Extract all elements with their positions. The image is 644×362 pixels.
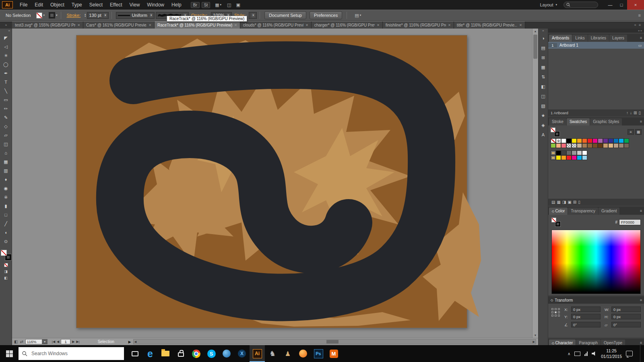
panel-footer-icon[interactable]: ↑ [625, 111, 629, 115]
fill-indicator[interactable] [551, 218, 556, 222]
document-tab[interactable]: test3.svg* @ 155% (RGB/GPU Prev...× [12, 21, 83, 29]
menu-file[interactable]: File [16, 0, 31, 10]
menu-edit[interactable]: Edit [31, 0, 47, 10]
taskbar-search[interactable] [19, 347, 124, 360]
swatch[interactable] [561, 143, 566, 148]
swatch[interactable] [561, 150, 566, 155]
illustrator-app[interactable]: Ai [250, 345, 265, 362]
chrome-app[interactable] [188, 345, 204, 362]
menu-type[interactable]: Type [68, 0, 86, 10]
tab-close-icon[interactable]: × [234, 23, 237, 27]
minimize-button[interactable]: — [605, 0, 616, 10]
transparency-strip-icon[interactable]: ▦ [539, 62, 548, 72]
tab-transparency[interactable]: Transparency [568, 208, 598, 215]
panel-footer-icon[interactable]: ◨ [561, 200, 567, 204]
column-graph-tool[interactable]: ▮ [0, 202, 12, 210]
tab-graphic-styles[interactable]: Graphic Styles [590, 118, 622, 125]
start-button[interactable] [0, 345, 19, 362]
fill-indicator[interactable] [1, 250, 7, 256]
links-strip-icon[interactable]: ◈ [539, 120, 548, 130]
document-tab[interactable]: Cars* @ 161% (RGB/GPU Previe...× [83, 21, 155, 29]
taskbar-clock[interactable]: 11:25 01/11/2015 [601, 348, 622, 359]
x-app[interactable]: X [234, 345, 250, 362]
swatch[interactable] [556, 155, 561, 160]
x-field[interactable]: 0 px [571, 306, 601, 312]
pathfinder-strip-icon[interactable]: ▧ [539, 101, 548, 111]
artboard-tool[interactable]: □ [0, 210, 12, 219]
swatch[interactable] [566, 155, 572, 160]
align-strip-icon[interactable]: ⇅ [539, 72, 548, 82]
panel-footer-icon[interactable]: ▣ [567, 200, 572, 204]
zoom-tool[interactable]: ⊙ [0, 237, 12, 246]
document-tab[interactable]: clouds* @ 116% (RGB/GPU Previe...× [240, 21, 312, 29]
panel-menu-icon[interactable]: ≡ [640, 341, 642, 345]
reference-point-locator[interactable] [551, 308, 560, 317]
panel-menu-icon[interactable]: ≡ [640, 119, 642, 123]
swatch[interactable] [582, 155, 587, 160]
shear-field[interactable]: 0° [611, 322, 641, 327]
eyedropper-tool[interactable]: ♦ [0, 175, 12, 184]
type-tool[interactable]: T [0, 78, 12, 86]
document-setup-button[interactable]: Document Setup [264, 11, 306, 19]
horizontal-scroll-thumb[interactable] [326, 340, 339, 343]
panel-menu-icon[interactable]: ≡ [640, 36, 642, 40]
appearance-strip-icon[interactable]: ◧ [539, 82, 548, 91]
swatch[interactable] [561, 155, 566, 160]
fill-stroke-widget[interactable] [551, 128, 559, 136]
color-strip-icon[interactable]: ◑ [539, 33, 548, 43]
edge-app[interactable]: e [142, 345, 158, 362]
prev-artboard-icon[interactable]: ◀ [57, 340, 59, 343]
swatch[interactable] [561, 138, 566, 143]
chevron-down-icon[interactable]: ▾ [150, 13, 153, 17]
free-transform-tool[interactable]: ▱ [0, 131, 12, 140]
gpu-performance-icon[interactable]: ◫ [227, 2, 231, 8]
control-panel-menu-icon[interactable]: ≡ [638, 13, 641, 18]
preferences-button[interactable]: Preferences [310, 11, 342, 19]
close-button[interactable]: × [627, 0, 644, 10]
layout-dropdown[interactable]: Layout ▾ [540, 2, 558, 7]
document-tab[interactable]: charger* @ 116% (RGB/GPU Previ...× [312, 21, 383, 29]
stroke-color-swatch[interactable] [49, 12, 55, 19]
stroke-width-stepper[interactable]: ▴▾ [85, 13, 86, 17]
rotate-field[interactable]: 0° [571, 322, 601, 327]
menu-object[interactable]: Object [47, 0, 68, 10]
status-icon-1[interactable]: ◧ [14, 339, 18, 344]
canvas[interactable]: ▲ ▼ ◧ ⇄ 116% ▾ |◀ ◀ 1 ▶ ▶| Selection ▶ ◀… [12, 29, 538, 345]
chevron-down-icon[interactable]: ▾ [104, 13, 107, 17]
swatch[interactable] [619, 143, 624, 148]
swatch[interactable] [566, 138, 572, 143]
share-icon[interactable]: ▣ [236, 2, 240, 8]
tab-close-icon[interactable]: × [377, 23, 379, 27]
swatch[interactable] [556, 143, 561, 148]
screen-mode-button[interactable]: ◧ [0, 275, 12, 281]
tab-layers[interactable]: Layers [609, 35, 627, 42]
character-styles-strip-icon[interactable]: A [539, 130, 548, 140]
slice-tool[interactable]: ╱ [0, 219, 12, 228]
document-tab[interactable]: title* @ 116% (RGB/GPU Previe...× [454, 21, 525, 29]
list-view-button[interactable]: ≡ [627, 129, 634, 135]
stroke-width-combo[interactable]: 130 pt ▾ [87, 12, 109, 19]
color-spectrum[interactable] [551, 230, 641, 294]
skype-app[interactable]: S [204, 345, 219, 362]
swatch[interactable] [577, 155, 582, 160]
shape-builder-tool[interactable]: ◫ [0, 140, 12, 148]
tab-close-icon[interactable]: × [519, 23, 522, 27]
document-tab[interactable]: finishline* @ 116% (RGB/GPU Pre...× [383, 21, 454, 29]
swatch[interactable] [608, 143, 613, 148]
swatch-reg[interactable] [556, 138, 561, 143]
brushes-strip-icon[interactable]: ★ [539, 111, 548, 120]
swatch[interactable] [624, 138, 629, 143]
swatch[interactable] [572, 155, 577, 160]
swatch[interactable] [572, 138, 577, 143]
fill-stroke-widget[interactable] [1, 250, 11, 260]
swatch-pattern[interactable] [566, 143, 572, 148]
chevron-down-icon[interactable]: ▾ [42, 339, 47, 344]
menu-view[interactable]: View [126, 0, 144, 10]
swatch-none[interactable] [551, 138, 556, 143]
panel-menu-icon[interactable]: ≡ [640, 298, 642, 302]
hand-tool[interactable]: ◖ [0, 228, 12, 237]
scroll-down-icon[interactable]: ▼ [533, 333, 538, 338]
scroll-right-icon[interactable]: ▶ [533, 340, 535, 343]
fill-color-swatch[interactable] [36, 12, 42, 19]
tab-stroke[interactable]: Stroke [549, 118, 566, 125]
